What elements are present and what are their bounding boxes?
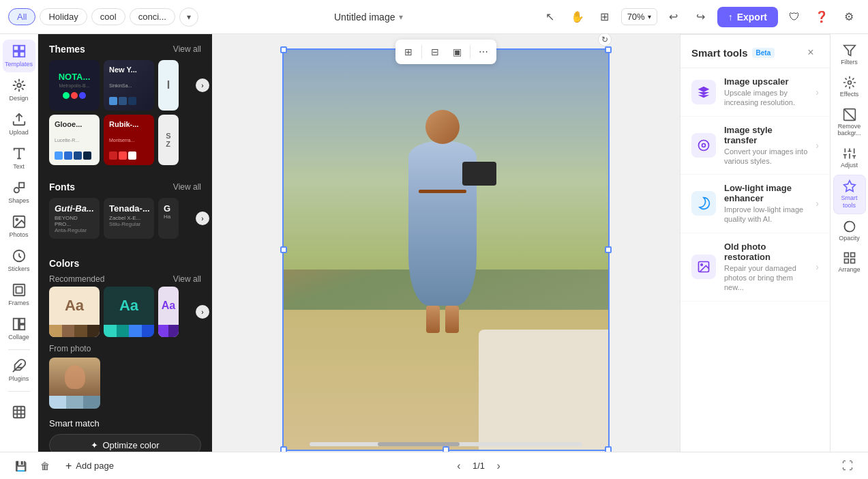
- palette-teal[interactable]: Aa: [104, 287, 154, 337]
- svg-point-6: [14, 188, 18, 192]
- svg-rect-41: [844, 259, 848, 263]
- expand-button[interactable]: ⛶: [838, 456, 857, 476]
- fonts-section-header: Fonts View all: [38, 172, 212, 198]
- smart-tool-restore-info: Old photo restoration Repair your damage…: [724, 242, 807, 293]
- filter-holiday[interactable]: Holiday: [40, 8, 87, 25]
- smart-panel-close-button[interactable]: ×: [803, 44, 819, 61]
- sidebar-item-plugins[interactable]: Plugins: [3, 354, 35, 387]
- font-guti[interactable]: Guti-Ba... BEYOND PRO... Anta-Regular: [49, 198, 100, 239]
- palette-purple-letter: Aa: [158, 287, 179, 325]
- sidebar-item-grid[interactable]: [3, 396, 35, 429]
- svg-point-4: [17, 83, 21, 87]
- prev-page-button[interactable]: ‹: [451, 458, 467, 474]
- shield-icon-button[interactable]: 🛡: [783, 6, 805, 28]
- trash-button[interactable]: 🗑: [35, 456, 55, 476]
- right-item-adjust[interactable]: Adjust: [833, 143, 866, 173]
- sidebar-item-photos[interactable]: Photos: [3, 210, 35, 243]
- filter-more-button[interactable]: ▾: [179, 8, 198, 27]
- rotate-handle[interactable]: ↻: [598, 34, 612, 46]
- theme-rubik[interactable]: Rubik-... Montserra...: [104, 115, 154, 165]
- right-icon-sidebar: Filters Effects Remove backgr... Adjust …: [830, 34, 868, 452]
- select-tool-button[interactable]: ↖: [539, 6, 561, 28]
- right-item-arrange[interactable]: Arrange: [833, 247, 866, 278]
- resize-tool-button[interactable]: ⊞: [398, 42, 419, 61]
- canvas-more-button[interactable]: ⋯: [473, 42, 494, 61]
- next-page-button[interactable]: ›: [490, 458, 507, 474]
- right-item-effects[interactable]: Effects: [833, 72, 866, 102]
- smart-tool-photo-restore[interactable]: Old photo restoration Repair your damage…: [680, 233, 830, 302]
- hand-tool-button[interactable]: ✋: [567, 6, 588, 28]
- filter-conci[interactable]: conci...: [130, 8, 175, 25]
- handle-bottom-right[interactable]: [605, 446, 612, 452]
- right-item-remove-bg[interactable]: Remove backgr...: [833, 104, 866, 142]
- theme-nota-swatches: [63, 92, 86, 99]
- fonts-row: Guti-Ba... BEYOND PRO... Anta-Regular Te…: [38, 198, 212, 239]
- theme-partial-2[interactable]: SZ: [158, 115, 179, 165]
- optimize-color-button[interactable]: ✦ Optimize color: [49, 434, 201, 452]
- svg-rect-0: [13, 46, 18, 50]
- handle-mid-left[interactable]: [280, 246, 287, 253]
- doc-title-text: Untitled image: [334, 12, 395, 23]
- sidebar-item-frames[interactable]: Frames: [3, 278, 35, 311]
- animate-tool-button[interactable]: ▣: [447, 42, 467, 61]
- doc-title[interactable]: Untitled image ▾: [329, 9, 409, 25]
- palette-warm[interactable]: Aa: [49, 287, 100, 337]
- theme-newy[interactable]: New Y... SinkinSa...: [104, 60, 154, 111]
- grid-view-button[interactable]: ⊞: [594, 6, 616, 28]
- right-item-opacity[interactable]: Opacity: [833, 216, 866, 246]
- handle-mid-bottom[interactable]: [443, 446, 449, 452]
- help-icon-button[interactable]: ❓: [811, 6, 833, 28]
- sidebar-item-design[interactable]: Design: [3, 74, 35, 106]
- redo-button[interactable]: ↪: [690, 6, 712, 28]
- settings-icon-button[interactable]: ⚙: [838, 6, 860, 28]
- handle-bottom-left[interactable]: [280, 446, 287, 452]
- sidebar-item-text[interactable]: Text: [3, 142, 35, 175]
- smart-tool-style-arrow: ›: [815, 140, 819, 151]
- svg-point-24: [701, 264, 703, 266]
- layout-tool-button[interactable]: ⊟: [425, 42, 445, 61]
- sidebar-item-collage[interactable]: Collage: [3, 313, 35, 345]
- font-partial[interactable]: G Ha: [158, 198, 179, 239]
- filter-all[interactable]: All: [8, 8, 35, 25]
- smart-tool-style-transfer[interactable]: Image style transfer Convert your images…: [680, 117, 830, 175]
- right-item-filters[interactable]: Filters: [833, 40, 866, 70]
- photo-thumbnail[interactable]: [49, 358, 100, 409]
- handle-top-left[interactable]: [280, 46, 287, 53]
- svg-rect-3: [19, 52, 24, 57]
- sidebar-item-shapes[interactable]: Shapes: [3, 176, 35, 209]
- canvas-scrollbar[interactable]: [310, 442, 582, 446]
- zoom-control[interactable]: 70% ▾: [621, 8, 657, 25]
- palette-warm-letter: Aa: [49, 287, 100, 325]
- save-button[interactable]: 💾: [11, 456, 30, 476]
- palette-purple[interactable]: Aa: [158, 287, 179, 337]
- themes-row1-next[interactable]: ›: [196, 78, 209, 92]
- export-button[interactable]: ↑ Export: [717, 7, 778, 27]
- handle-top-right[interactable]: [605, 46, 612, 53]
- smart-tool-image-upscaler[interactable]: Image upscaler Upscale images by increas…: [680, 68, 830, 117]
- svg-point-9: [16, 219, 18, 221]
- canvas-toolbar-divider-1: [421, 45, 422, 59]
- palettes-row: Aa Aa: [38, 287, 212, 337]
- right-item-smart-tools[interactable]: Smart tools: [833, 175, 866, 214]
- theme-gloo[interactable]: Glooe... Lucette-R...: [49, 115, 100, 165]
- theme-nota[interactable]: NOTA... Metropolis-B...: [49, 60, 100, 111]
- smart-tools-panel: Smart tools Beta × Image upscaler Upscal…: [680, 34, 830, 452]
- sidebar-item-stickers[interactable]: Stickers: [3, 244, 35, 277]
- theme-partial-1[interactable]: I: [158, 60, 179, 111]
- handle-mid-right[interactable]: [605, 246, 612, 253]
- themes-view-all[interactable]: View all: [162, 35, 212, 59]
- filter-cool[interactable]: cool: [91, 8, 125, 25]
- undo-button[interactable]: ↩: [663, 6, 685, 28]
- palettes-next[interactable]: ›: [196, 305, 209, 319]
- selected-image[interactable]: ↻: [282, 48, 610, 451]
- fonts-next[interactable]: ›: [196, 212, 209, 225]
- zoom-chevron: ▾: [648, 13, 651, 20]
- theme-gloo-swatches: [55, 151, 94, 160]
- smart-tool-low-light[interactable]: Low-light image enhancer Improve low-lig…: [680, 175, 830, 233]
- sidebar-item-templates[interactable]: Templates: [3, 40, 35, 72]
- fonts-view-all[interactable]: View all: [162, 173, 212, 197]
- sidebar-item-upload[interactable]: Upload: [3, 108, 35, 141]
- colors-view-all[interactable]: View all: [173, 274, 201, 284]
- add-page-button[interactable]: + Add page: [60, 457, 119, 475]
- font-tenada[interactable]: Tenada-... Zacbel X-E... Stilu-Regular: [104, 198, 154, 239]
